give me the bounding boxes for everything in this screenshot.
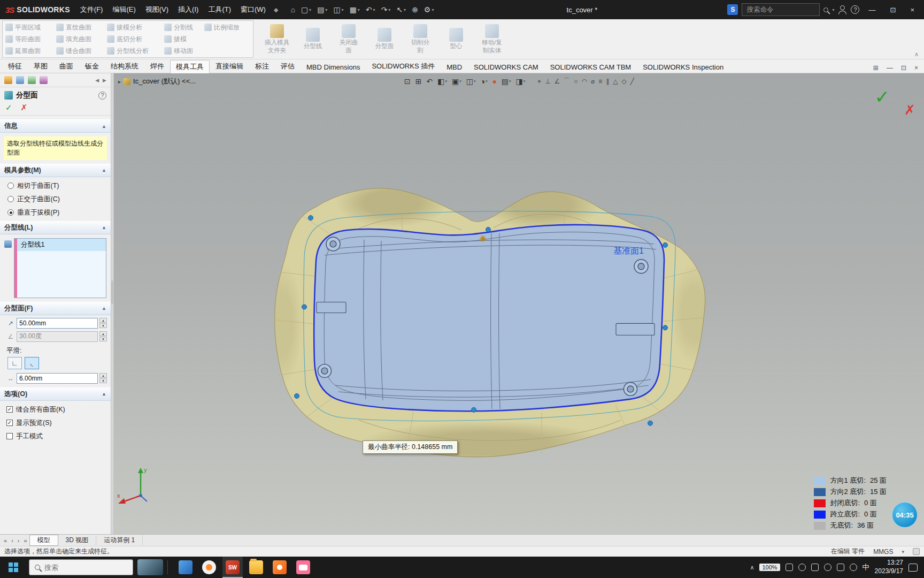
confirm-cancel-icon[interactable]: ✗ [904, 102, 915, 118]
minimize-button[interactable]: — [863, 4, 881, 16]
smooth-smoothing-button[interactable]: ◟ [25, 357, 39, 369]
propertymanager-tab-icon[interactable] [16, 76, 24, 84]
volume-icon[interactable] [850, 564, 857, 571]
move-face-button[interactable]: 移动面 [164, 45, 203, 57]
app-solidworks-button[interactable]: SW [222, 557, 243, 578]
units-dropdown-icon[interactable]: ▾ [902, 549, 904, 554]
menu-tools[interactable]: 工具(T) [203, 3, 236, 17]
tab-addins[interactable]: SOLIDWORKS 插件 [366, 59, 441, 73]
view-settings-icon[interactable]: ◨▾ [514, 76, 528, 87]
security-icon[interactable] [811, 564, 819, 571]
parting-line-list-item[interactable]: 分型线1 [17, 239, 106, 251]
parting-line-display-icon[interactable]: ≡ [597, 77, 604, 86]
app-media-player-button[interactable] [199, 557, 219, 578]
parting-line-analysis-button[interactable]: 分型线分析 [107, 45, 163, 57]
tab-model[interactable]: 模型 [29, 535, 58, 546]
battery-indicator[interactable]: 100% [759, 564, 780, 571]
tab-sketch[interactable]: 草图 [28, 59, 53, 73]
point-display-icon[interactable]: ∥ [604, 77, 611, 86]
sketch-visibility-icon[interactable]: ∠ [553, 77, 562, 86]
spin-down-icon[interactable]: ▼ [99, 378, 107, 383]
view-orientation-icon[interactable]: ▣▾ [450, 76, 464, 87]
dimension-visibility-icon[interactable]: ⌒ [562, 75, 572, 87]
new-document-icon[interactable]: ▢▾ [298, 4, 314, 16]
radio-perpendicular-to-pull[interactable]: 垂直于拔模(P) [7, 208, 111, 217]
tab-3d-views[interactable]: 3D 视图 [58, 535, 97, 545]
tab-cam[interactable]: SOLIDWORKS CAM [468, 61, 544, 73]
ok-button[interactable]: ✓ [5, 103, 12, 112]
pin-menu-icon[interactable]: ◆ [271, 6, 281, 13]
move-copy-bodies-button[interactable]: 移动/复制实体 [475, 22, 509, 56]
draft-button[interactable]: 拔模 [164, 33, 203, 45]
app-photos-button[interactable] [175, 557, 196, 578]
select-icon[interactable]: ↖▾ [394, 4, 409, 16]
print-icon[interactable]: ▦▾ [347, 4, 363, 16]
tab-cam-tbm[interactable]: SOLIDWORKS CAM TBM [544, 61, 637, 73]
section-view-icon[interactable]: ◧▾ [435, 76, 449, 87]
cancel-button[interactable]: ✗ [21, 103, 28, 112]
hidden-icons-icon[interactable]: ∧ [750, 564, 754, 571]
pane-scroll-right-icon[interactable]: ▶ [103, 78, 106, 83]
filled-surface-button[interactable]: 填充曲面 [56, 33, 105, 45]
smooth-distance-spinner[interactable]: ▲▼ [99, 373, 107, 383]
search-dropdown-icon[interactable]: ▾ [832, 7, 834, 12]
checkbox-knit-all-surfaces[interactable]: ✓缝合所有曲面(K) [6, 405, 111, 414]
parting-surfaces-button[interactable]: 分型面 [367, 26, 402, 51]
cloud-icon[interactable] [824, 564, 831, 571]
panel-help-icon[interactable]: ? [98, 92, 106, 100]
minimize-document-icon[interactable]: — [883, 63, 897, 73]
spin-up-icon[interactable]: ▲ [99, 373, 107, 378]
curve-display-icon[interactable]: ⌀ [589, 77, 596, 86]
section-header-parting-line[interactable]: 分型线(L) ▲ [0, 221, 111, 234]
relation-display-icon[interactable]: △ [611, 77, 619, 86]
configurationmanager-tab-icon[interactable] [28, 76, 36, 84]
tab-structure-system[interactable]: 结构系统 [105, 59, 144, 73]
tab-inspection[interactable]: SOLIDWORKS Inspection [637, 61, 729, 73]
taskbar-search[interactable] [29, 559, 133, 575]
tab-scroll-first-icon[interactable]: « [2, 537, 9, 544]
model-canvas[interactable]: 基准面1 [114, 73, 924, 534]
parting-line-edge[interactable] [314, 225, 664, 411]
reference-plane-label[interactable]: 基准面1 [613, 246, 644, 255]
part-top-face[interactable] [314, 225, 664, 411]
extend-surface-button[interactable]: 延展曲面 [5, 45, 55, 57]
taskbar-clock[interactable]: 13:27 2023/9/17 [875, 559, 903, 575]
notification-icon[interactable] [908, 564, 918, 572]
restore-button[interactable]: ⊡ [884, 4, 901, 16]
tab-evaluate[interactable]: 评估 [275, 59, 301, 73]
confirm-ok-icon[interactable]: ✓ [875, 86, 890, 108]
menu-window[interactable]: 窗口(W) [236, 3, 271, 17]
home-icon[interactable]: ⌂ [288, 4, 297, 16]
tab-scroll-left-icon[interactable]: ‹ [9, 537, 16, 544]
app-bilibili-button[interactable] [293, 557, 313, 578]
taskbar-search-input[interactable] [44, 564, 114, 572]
rebuild-icon[interactable]: ⊕ [409, 4, 421, 16]
app-orange-button[interactable] [270, 557, 290, 578]
offset-surface-button[interactable]: 等距曲面 [5, 33, 55, 45]
grid-display-icon[interactable]: ◇ [620, 77, 628, 86]
menu-file[interactable]: 文件(F) [75, 3, 108, 17]
collapse-ribbon-icon[interactable]: ∧ [914, 51, 919, 58]
search-icon[interactable] [823, 7, 828, 12]
tab-scroll-right-icon[interactable]: › [16, 537, 22, 544]
hide-show-items-icon[interactable]: ◑▾ [478, 76, 489, 87]
scale-button[interactable]: 比例缩放 [204, 21, 250, 33]
insert-mold-folders-button[interactable]: 插入模具文件夹 [260, 22, 294, 56]
units-selector[interactable]: MMGS [873, 548, 893, 556]
previous-view-icon[interactable]: ↶ [424, 76, 435, 87]
menu-insert[interactable]: 插入(I) [173, 3, 203, 17]
network-icon[interactable] [837, 564, 844, 571]
options-gear-icon[interactable]: ⚙▾ [421, 4, 437, 16]
section-header-options[interactable]: 选项(O) ▲ [0, 387, 111, 401]
tab-mbd-dimensions[interactable]: MBD Dimensions [301, 61, 366, 73]
coordinate-system-icon[interactable]: ◠ [580, 77, 589, 86]
menu-view[interactable]: 视图(V) [141, 3, 173, 17]
close-button[interactable]: × [905, 4, 920, 16]
knit-surface-button[interactable]: 缝合曲面 [56, 45, 105, 57]
start-button[interactable] [2, 557, 25, 578]
undo-icon[interactable]: ↶▾ [363, 4, 378, 16]
split-line-button[interactable]: 分割线 [164, 21, 203, 33]
microphone-icon[interactable] [786, 564, 793, 571]
apply-scene-icon[interactable]: ▤▾ [499, 76, 513, 87]
section-header-parting-surface[interactable]: 分型面(F) ▲ [0, 302, 111, 315]
